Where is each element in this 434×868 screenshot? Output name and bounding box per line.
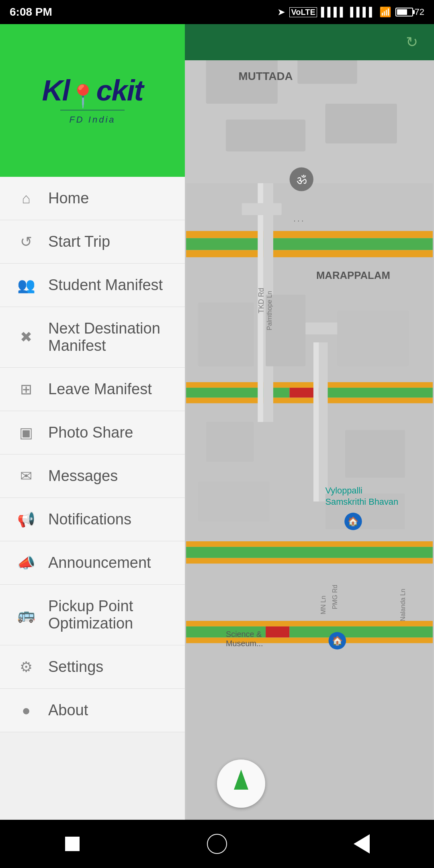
start-trip-icon: ↺ (16, 233, 36, 250)
svg-text:Palmthope Ln: Palmthope Ln (266, 291, 273, 330)
volte-icon: VoLTE (289, 7, 317, 17)
notifications-icon: 📢 (16, 511, 36, 528)
svg-text:Nalanda Ln: Nalanda Ln (399, 589, 406, 621)
status-time: 6:08 PM (10, 6, 52, 18)
pickup-point-label: Pickup Point Optimization (48, 598, 169, 632)
app-tagline: FD India (69, 115, 115, 125)
settings-icon: ⚙ (16, 659, 36, 676)
next-destination-icon: ✖ (16, 329, 36, 346)
svg-text:ॐ: ॐ (297, 173, 307, 186)
svg-text:🏠: 🏠 (332, 635, 343, 646)
location-icon: ➤ (277, 6, 285, 18)
sidebar-item-messages[interactable]: ✉Messages (0, 454, 185, 498)
svg-text:PMG Rd: PMG Rd (332, 585, 338, 609)
nav-home-button[interactable] (201, 828, 233, 860)
sidebar-item-photo-share[interactable]: ▣Photo Share (0, 411, 185, 454)
settings-label: Settings (48, 658, 103, 676)
logo-area: Kl📍ckit FD India (0, 24, 185, 177)
back-arrow-icon (354, 834, 370, 854)
announcement-icon: 📣 (16, 555, 36, 571)
svg-text:· · ·: · · · (293, 217, 303, 225)
about-icon: ● (16, 702, 36, 719)
sidebar: Kl📍ckit FD India ⌂Home↺Start Trip👥Studen… (0, 24, 185, 820)
svg-rect-34 (198, 482, 270, 522)
svg-rect-31 (337, 311, 409, 366)
student-manifest-icon: 👥 (16, 277, 36, 294)
nav-recents-button[interactable] (56, 828, 88, 860)
svg-rect-28 (186, 638, 433, 643)
wifi-icon: 📶 (379, 6, 391, 18)
svg-text:TKD Rd: TKD Rd (257, 288, 265, 313)
next-destination-label: Next Destination Manifest (48, 320, 169, 354)
sidebar-item-leave-manifest[interactable]: ⊞Leave Manifest (0, 368, 185, 411)
logo-text-ckit: ckit (96, 74, 143, 106)
battery-level: 72 (415, 7, 424, 17)
svg-rect-33 (345, 430, 405, 478)
menu-list: ⌂Home↺Start Trip👥Student Manifest✖Next D… (0, 177, 185, 820)
sidebar-item-notifications[interactable]: 📢Notifications (0, 498, 185, 541)
recents-icon (65, 837, 80, 851)
svg-rect-14 (186, 398, 433, 403)
svg-rect-18 (319, 342, 328, 502)
messages-icon: ✉ (16, 468, 36, 485)
svg-rect-29 (198, 303, 254, 366)
status-icons: ➤ VoLTE ▌▌▌▌ ▌▌▌▌ 📶 72 (277, 6, 424, 18)
sidebar-item-student-manifest[interactable]: 👥Student Manifest (0, 264, 185, 307)
sidebar-item-about[interactable]: ●About (0, 689, 185, 732)
announcement-label: Announcement (48, 554, 151, 571)
svg-rect-5 (226, 120, 305, 151)
app-logo: Kl📍ckit (42, 76, 143, 107)
svg-rect-19 (242, 203, 282, 215)
start-trip-label: Start Trip (48, 233, 110, 250)
svg-rect-24 (186, 621, 433, 626)
logo-text-kl: Kl (42, 74, 69, 106)
home-circle-icon (207, 834, 227, 854)
signal-icon-2: ▌▌▌▌ (350, 7, 375, 17)
home-icon: ⌂ (16, 190, 36, 207)
leave-manifest-icon: ⊞ (16, 381, 36, 398)
svg-text:Vyloppalli: Vyloppalli (326, 485, 362, 495)
status-bar: 6:08 PM ➤ VoLTE ▌▌▌▌ ▌▌▌▌ 📶 72 (0, 0, 434, 24)
svg-text:MARAPPALAM: MARAPPALAM (316, 270, 390, 281)
nav-back-button[interactable] (346, 828, 378, 860)
signal-icon-1: ▌▌▌▌ (321, 7, 346, 17)
photo-share-label: Photo Share (48, 424, 133, 441)
sidebar-item-pickup-point[interactable]: 🚌Pickup Point Optimization (0, 585, 185, 645)
pickup-point-icon: 🚌 (16, 606, 36, 623)
svg-text:Museum...: Museum... (226, 639, 263, 648)
home-label: Home (48, 190, 89, 207)
svg-rect-32 (206, 422, 254, 462)
svg-text:🏠: 🏠 (348, 516, 359, 527)
photo-share-icon: ▣ (16, 424, 36, 441)
sidebar-item-announcement[interactable]: 📣Announcement (0, 541, 185, 585)
compass-arrow (234, 770, 248, 790)
sidebar-item-next-destination[interactable]: ✖Next Destination Manifest (0, 307, 185, 368)
messages-label: Messages (48, 467, 118, 485)
sidebar-item-home[interactable]: ⌂Home (0, 177, 185, 220)
svg-rect-23 (186, 558, 433, 564)
sidebar-item-start-trip[interactable]: ↺Start Trip (0, 220, 185, 264)
svg-rect-26 (266, 626, 289, 638)
svg-rect-7 (186, 231, 433, 238)
logo-pin-icon: 📍 (69, 85, 96, 107)
map-area: ॐ 🏠 🏠 MUTTADA MARAPPALAM Vyloppalli Sams… (185, 24, 434, 820)
refresh-icon[interactable]: ↻ (402, 32, 422, 52)
bottom-navigation (0, 820, 434, 868)
about-label: About (48, 702, 88, 719)
map-header: ↻ (185, 24, 434, 60)
battery-indicator: 72 (395, 7, 424, 17)
logo-container: Kl📍ckit FD India (42, 76, 143, 125)
sidebar-item-settings[interactable]: ⚙Settings (0, 645, 185, 689)
svg-rect-6 (326, 104, 397, 143)
svg-text:MN Ln: MN Ln (320, 596, 327, 614)
leave-manifest-label: Leave Manifest (48, 381, 152, 398)
svg-rect-13 (321, 388, 433, 398)
svg-rect-22 (186, 547, 433, 558)
svg-rect-21 (186, 541, 433, 547)
svg-text:Samskrithi Bhavan: Samskrithi Bhavan (326, 497, 398, 507)
map-compass (217, 760, 265, 808)
svg-rect-10 (186, 382, 433, 388)
logo-divider (60, 110, 125, 111)
svg-text:Science &: Science & (226, 630, 262, 639)
student-manifest-label: Student Manifest (48, 276, 163, 294)
